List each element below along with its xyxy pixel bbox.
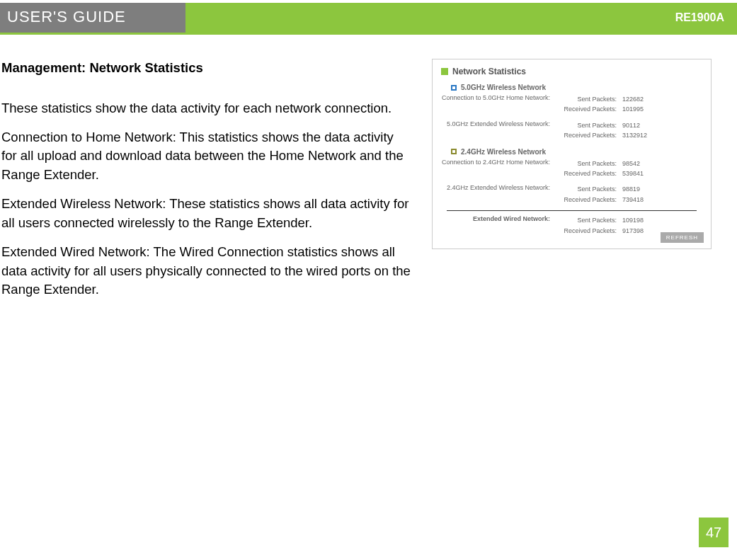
- recv-label: Received Packets:: [561, 226, 617, 236]
- screenshot-column: Network Statistics 5.0GHz Wireless Netwo…: [432, 59, 712, 309]
- panel-title: Network Statistics: [441, 67, 702, 76]
- stat-label: 5.0GHz Extended Wireless Network:: [441, 120, 561, 141]
- recv-value: 101995: [622, 104, 658, 114]
- stat-block-24ghz-ext: 2.4GHz Extended Wireless Network: Sent P…: [441, 184, 702, 205]
- sent-value: 109198: [622, 215, 658, 225]
- page-content: Management: Network Statistics These sta…: [0, 35, 737, 309]
- section-5ghz-header: 5.0GHz Wireless Network: [451, 84, 702, 91]
- stat-label: 2.4GHz Extended Wireless Network:: [441, 184, 561, 205]
- square-icon: [451, 149, 457, 154]
- model-number: RE1900A: [185, 3, 737, 33]
- sent-value: 98819: [622, 184, 658, 194]
- sent-label: Sent Packets:: [561, 215, 617, 225]
- square-icon: [441, 68, 448, 75]
- stat-block-5ghz-home: Connection to 5.0GHz Home Network: Sent …: [441, 94, 702, 115]
- refresh-button[interactable]: REFRESH: [661, 232, 704, 243]
- stat-block-24ghz-home: Connection to 2.4GHz Home Network: Sent …: [441, 159, 702, 179]
- sent-value: 98542: [622, 159, 658, 168]
- recv-value: 3132912: [622, 130, 658, 140]
- divider: [447, 210, 697, 211]
- sent-label: Sent Packets:: [561, 120, 617, 130]
- paragraph-extended-wired: Extended Wired Network: The Wired Connec…: [1, 243, 412, 299]
- network-statistics-panel: Network Statistics 5.0GHz Wireless Netwo…: [432, 59, 712, 249]
- sent-value: 122682: [622, 94, 658, 104]
- recv-label: Received Packets:: [561, 130, 617, 140]
- stat-label: Connection to 2.4GHz Home Network:: [441, 159, 561, 179]
- recv-value: 539841: [622, 168, 658, 178]
- sent-label: Sent Packets:: [561, 184, 617, 194]
- section-24ghz-header: 2.4GHz Wireless Network: [451, 148, 702, 156]
- sent-label: Sent Packets:: [561, 159, 617, 168]
- stat-label: Connection to 5.0GHz Home Network:: [441, 94, 561, 115]
- paragraph-home-network: Connection to Home Network: This statist…: [1, 128, 412, 185]
- sent-label: Sent Packets:: [561, 94, 617, 104]
- recv-label: Received Packets:: [561, 195, 617, 205]
- section-heading: Management: Network Statistics: [1, 59, 412, 78]
- text-column: Management: Network Statistics These sta…: [1, 59, 412, 309]
- section-24ghz-label: 2.4GHz Wireless Network: [461, 148, 546, 156]
- paragraph-extended-wireless: Extended Wireless Network: These statist…: [1, 195, 412, 233]
- recv-value: 739418: [622, 195, 658, 205]
- sent-value: 90112: [622, 120, 658, 130]
- recv-label: Received Packets:: [561, 104, 617, 114]
- square-icon: [451, 85, 457, 91]
- guide-title: USER'S GUIDE: [0, 3, 198, 33]
- stat-block-5ghz-ext: 5.0GHz Extended Wireless Network: Sent P…: [441, 120, 702, 141]
- recv-label: Received Packets:: [561, 168, 617, 178]
- page-header: USER'S GUIDE RE1900A: [0, 3, 737, 33]
- recv-value: 917398: [622, 226, 658, 236]
- stat-label: Extended Wired Network:: [441, 215, 561, 236]
- intro-paragraph: These statistics show the data activity …: [1, 99, 412, 118]
- page-number: 47: [699, 518, 729, 547]
- section-5ghz-label: 5.0GHz Wireless Network: [461, 84, 546, 91]
- panel-title-text: Network Statistics: [452, 67, 526, 76]
